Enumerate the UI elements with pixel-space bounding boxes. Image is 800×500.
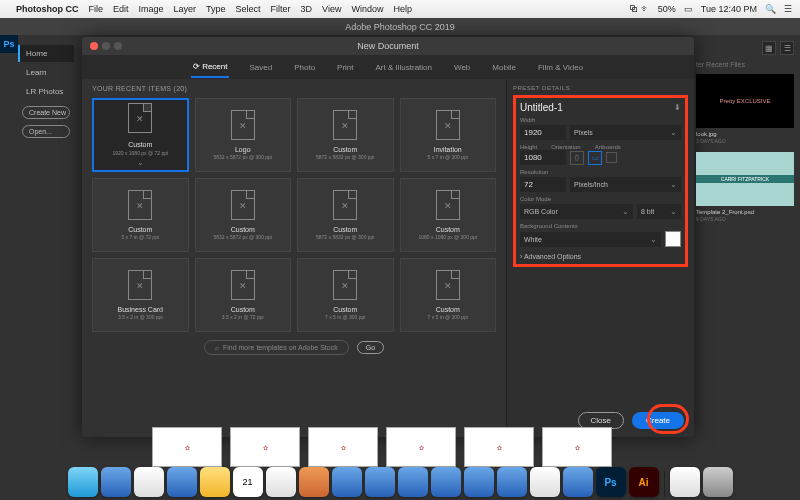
preset-tile[interactable]: Business Card3.5 x 2 in @ 300 ppi [92,258,189,332]
preset-tile[interactable]: Custom5872 x 5832 px @ 300 ppi [297,178,394,252]
dock-app-icon[interactable] [464,467,494,497]
preset-tile[interactable]: Custom5832 x 5872 px @ 300 ppi [195,178,292,252]
menu-3d[interactable]: 3D [301,4,313,14]
preset-tile[interactable]: Invitation5 x 7 in @ 300 ppi [400,98,497,172]
clock[interactable]: Tue 12:40 PM [701,4,757,14]
dock-app-icon[interactable] [167,467,197,497]
background-swatch[interactable] [665,231,681,247]
menu-image[interactable]: Image [139,4,164,14]
dock-app-icon[interactable] [101,467,131,497]
menu-view[interactable]: View [322,4,341,14]
resolution-input[interactable] [520,177,566,192]
preset-tile[interactable]: Custom1080 x 1080 px @ 300 ppi [400,178,497,252]
create-button[interactable]: Create [632,412,684,429]
recent-file-thumb[interactable]: Pretty EXCLUSIVE [696,74,794,128]
battery-status[interactable]: 50% [658,4,676,14]
sidebar-tab-lrphotos[interactable]: LR Photos [18,83,74,100]
menu-window[interactable]: Window [351,4,383,14]
dock-finder-icon[interactable] [68,467,98,497]
wifi-icon[interactable]: ⧉ ᯤ [629,4,650,14]
notifications-icon[interactable]: ☰ [784,4,792,14]
tab-film[interactable]: Film & Video [536,58,585,77]
height-input[interactable] [520,150,566,165]
background-select[interactable]: White [520,232,661,247]
list-view-button[interactable]: ☰ [780,41,794,55]
bit-depth-select[interactable]: 8 bit [637,204,681,219]
preset-dims: 7 x 5 in @ 300 ppi [428,314,468,320]
dock-illustrator-icon[interactable]: Ai [629,467,659,497]
dock-app-icon[interactable] [398,467,428,497]
dock-folder-icon[interactable] [670,467,700,497]
open-button[interactable]: Open... [22,125,70,138]
orientation-landscape-button[interactable]: ▭ [588,151,602,165]
menu-select[interactable]: Select [236,4,261,14]
spotlight-icon[interactable]: 🔍 [765,4,776,14]
menu-edit[interactable]: Edit [113,4,129,14]
width-unit-select[interactable]: Pixels [570,125,681,140]
document-icon [128,270,152,300]
app-name[interactable]: Photoshop CC [16,4,79,14]
dock-app-icon[interactable] [266,467,296,497]
menu-type[interactable]: Type [206,4,226,14]
preset-dims: 5872 x 5832 px @ 300 ppi [316,234,374,240]
preset-tile[interactable]: Logo5832 x 5872 px @ 300 ppi [195,98,292,172]
tab-web[interactable]: Web [452,58,472,77]
dock-trash-icon[interactable] [703,467,733,497]
dock-app-icon[interactable] [200,467,230,497]
preset-tile[interactable]: Custom5 x 7 in @ 72 ppi [92,178,189,252]
preset-name: Business Card [117,306,163,313]
preset-name-input[interactable]: Untitled-1 [520,102,563,113]
preset-name: Invitation [434,146,462,153]
mac-dock: 21 Ps Ai [0,458,800,500]
preset-dims: 5872 x 5832 px @ 300 ppi [316,154,374,160]
tab-art[interactable]: Art & Illustration [374,58,434,77]
preset-tile[interactable]: Custom1920 x 1080 px @ 72 ppi [92,98,189,172]
menu-filter[interactable]: Filter [271,4,291,14]
orientation-portrait-button[interactable]: ▯ [570,151,584,165]
dock-app-icon[interactable] [365,467,395,497]
tab-recent[interactable]: ⟳ Recent [191,57,230,78]
preset-tile[interactable]: Custom7 x 5 in @ 300 ppi [297,258,394,332]
grid-view-button[interactable]: ▦ [762,41,776,55]
create-new-button[interactable]: Create New [22,106,70,119]
photoshop-logo-icon[interactable]: Ps [0,35,18,53]
document-icon [231,190,255,220]
preset-name: Custom [231,306,255,313]
save-preset-icon[interactable]: ⬇ [674,103,681,112]
advanced-options-toggle[interactable]: › Advanced Options [520,253,681,260]
sidebar-tab-learn[interactable]: Learn [18,64,74,81]
menu-file[interactable]: File [89,4,104,14]
color-mode-select[interactable]: RGB Color [520,204,633,219]
stock-go-button[interactable]: Go [357,341,384,354]
sidebar-tab-home[interactable]: Home [18,45,74,62]
dock-calendar-icon[interactable]: 21 [233,467,263,497]
recent-file-thumb[interactable]: CARRI FITZPATRICK [696,152,794,206]
document-icon [333,190,357,220]
recent-file-name: Template 2_Front.psd [696,209,794,215]
tab-photo[interactable]: Photo [292,58,317,77]
artboards-checkbox[interactable] [606,152,617,163]
document-icon [128,103,152,133]
menu-layer[interactable]: Layer [174,4,197,14]
tab-saved[interactable]: Saved [247,58,274,77]
resolution-unit-select[interactable]: Pixels/Inch [570,177,681,192]
tab-print[interactable]: Print [335,58,355,77]
stock-search[interactable]: ⌕Find more templates on Adobe Stock [204,340,349,355]
document-icon [436,190,460,220]
dock-app-icon[interactable] [332,467,362,497]
menu-help[interactable]: Help [393,4,412,14]
dock-app-icon[interactable] [563,467,593,497]
preset-tile[interactable]: Custom5872 x 5832 px @ 300 ppi [297,98,394,172]
dock-app-icon[interactable] [134,467,164,497]
dock-app-icon[interactable] [530,467,560,497]
dock-photoshop-icon[interactable]: Ps [596,467,626,497]
document-icon [231,110,255,140]
preset-tile[interactable]: Custom7 x 5 in @ 300 ppi [400,258,497,332]
dock-app-icon[interactable] [431,467,461,497]
width-input[interactable] [520,125,566,140]
preset-details-highlight: Untitled-1 ⬇ Width Pixels Height Orienta… [513,95,688,267]
tab-mobile[interactable]: Mobile [490,58,518,77]
dock-app-icon[interactable] [497,467,527,497]
dock-app-icon[interactable] [299,467,329,497]
preset-tile[interactable]: Custom3.5 x 2 in @ 72 ppi [195,258,292,332]
